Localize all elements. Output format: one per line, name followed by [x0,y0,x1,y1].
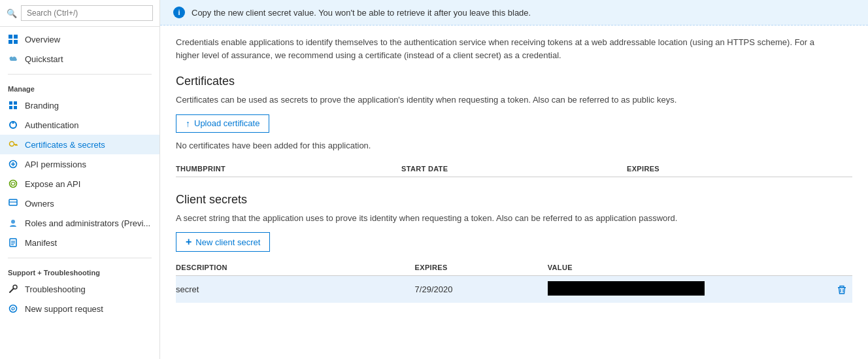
sidebar-item-certs-secrets-label: Certificates & secrets [25,140,105,150]
manage-section: Manage Branding Authentication C [0,77,159,255]
secret-expires: 7/29/2020 [415,284,548,294]
secrets-col-description: DESCRIPTION [176,264,415,271]
certs-col-start-date: START DATE [401,165,627,173]
cloud-icon [8,54,18,64]
svg-rect-7 [14,106,17,109]
sidebar-item-roles[interactable]: Roles and administrators (Previ... [0,213,159,233]
certificates-title: Certificates [176,75,852,88]
plus-icon: + [186,236,192,248]
secrets-table-header: DESCRIPTION EXPIRES VALUE [176,260,852,276]
info-icon: i [173,7,185,18]
svg-rect-0 [8,35,12,39]
svg-rect-3 [14,40,18,44]
certs-col-expires: EXPIRES [627,165,852,173]
main-content: i Copy the new client secret value. You … [160,0,868,359]
svg-point-16 [10,180,17,188]
info-banner: i Copy the new client secret value. You … [160,0,868,26]
upload-icon: ↑ [186,118,190,129]
certs-table-header: THUMBPRINT START DATE EXPIRES [176,161,852,177]
upload-certificate-label: Upload certificate [194,118,259,128]
svg-point-25 [13,285,17,289]
svg-rect-4 [9,101,12,105]
sidebar-item-owners[interactable]: Owners [0,194,159,213]
secret-description: secret [176,284,415,294]
sidebar-item-branding-label: Branding [25,101,59,111]
sidebar-item-new-support-label: New support request [25,304,103,314]
api-icon [8,159,18,169]
manifest-icon [8,237,18,248]
sidebar-item-owners-label: Owners [25,199,54,209]
sidebar-item-overview[interactable]: Overview [0,29,159,49]
sidebar-item-troubleshooting[interactable]: Troubleshooting [0,279,159,299]
redacted-value [548,281,705,296]
sidebar-item-quickstart-label: Quickstart [25,54,63,64]
search-bar[interactable]: 🔍 [0,0,159,27]
top-nav: Overview Quickstart [0,27,159,71]
sidebar-item-api-permissions[interactable]: API permissions [0,154,159,174]
branding-icon [8,100,18,111]
new-client-secret-button[interactable]: + New client secret [176,232,270,252]
svg-point-9 [10,142,14,146]
intro-text: Credentials enable applications to ident… [176,36,816,61]
support-icon [8,303,18,314]
manage-section-label: Manage [0,80,159,95]
secrets-col-expires: EXPIRES [415,264,548,271]
secret-value-redacted [548,281,813,298]
new-client-secret-label: New client secret [195,237,260,247]
svg-point-19 [11,220,15,224]
support-section-label: Support + Troubleshooting [0,264,159,279]
search-input[interactable] [21,5,153,21]
svg-point-27 [12,307,14,310]
delete-icon [837,284,847,295]
svg-rect-6 [9,106,12,109]
client-secrets-section: Client secrets A secret string that the … [176,193,852,303]
roles-icon [8,218,18,228]
owners-icon [8,198,18,209]
client-secrets-description: A secret string that the application use… [176,212,852,225]
support-section: Support + Troubleshooting Troubleshootin… [0,261,159,321]
certificates-section: Certificates Certificates can be used as… [176,75,852,177]
delete-secret-button[interactable] [813,284,852,295]
sidebar-item-manifest[interactable]: Manifest [0,233,159,252]
sidebar-item-api-permissions-label: API permissions [25,160,86,169]
sidebar-item-authentication-label: Authentication [25,120,78,130]
wrench-icon [8,284,18,294]
search-icon: 🔍 [7,9,17,18]
sidebar-item-troubleshooting-label: Troubleshooting [25,284,86,294]
svg-rect-1 [14,35,18,39]
sidebar: 🔍 Overview Quickstart Manage Branding [0,0,160,359]
banner-text: Copy the new client secret value. You wo… [192,8,531,18]
sidebar-item-branding[interactable]: Branding [0,95,159,115]
sidebar-item-expose-api-label: Expose an API [25,179,80,189]
sidebar-item-certs-secrets[interactable]: Certificates & secrets [0,135,159,154]
client-secrets-title: Client secrets [176,193,852,207]
sidebar-item-new-support[interactable]: New support request [0,299,159,318]
svg-line-24 [10,288,14,292]
key-icon [8,139,18,150]
secrets-col-actions [813,264,852,271]
grid-icon [8,34,18,44]
sidebar-item-manifest-label: Manifest [25,238,57,248]
content-body: Credentials enable applications to ident… [160,26,868,359]
no-certs-message: No certificates have been added for this… [176,141,852,150]
table-row: secret 7/29/2020 [176,276,852,303]
sidebar-item-overview-label: Overview [25,35,60,44]
sidebar-item-expose-api[interactable]: Expose an API [0,174,159,194]
sidebar-item-authentication[interactable]: Authentication [0,115,159,135]
svg-rect-2 [8,40,12,44]
certificates-description: Certificates can be used as secrets to p… [176,94,852,107]
svg-rect-5 [14,101,17,105]
certs-col-thumbprint: THUMBPRINT [176,165,401,173]
sidebar-item-roles-label: Roles and administrators (Previ... [25,218,150,228]
refresh-icon [8,120,18,130]
nav-divider-2 [8,258,152,258]
upload-certificate-button[interactable]: ↑ Upload certificate [176,114,269,133]
svg-point-26 [10,305,17,313]
sidebar-item-quickstart[interactable]: Quickstart [0,49,159,69]
nav-divider-1 [8,74,152,75]
expose-icon [8,179,18,189]
secrets-col-value: VALUE [548,264,813,271]
